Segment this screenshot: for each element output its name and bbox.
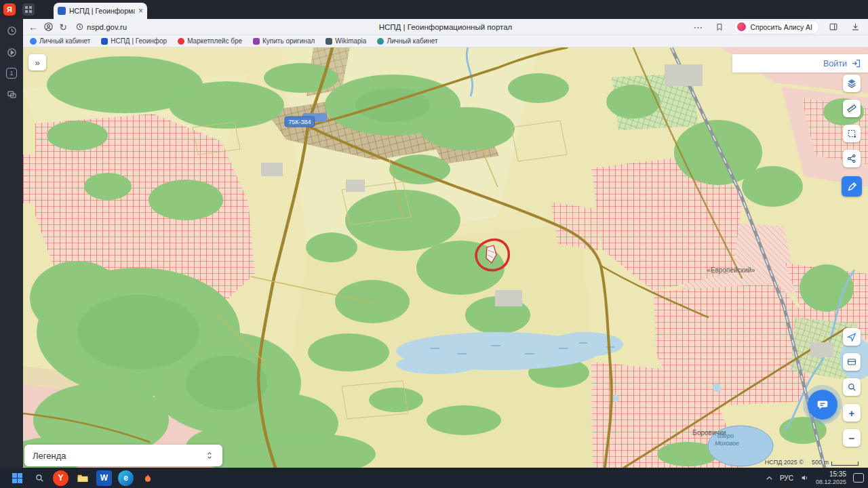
windows-taskbar: Y W e РУС 15:35 08.12.2025	[0, 468, 868, 488]
screen: Я НСПД | Геоинформац × ← ↻ nspd.gov.ru Н…	[0, 0, 868, 488]
bookmark-label: Маркетплейс бре	[187, 37, 242, 45]
estate-label: «Европейский»	[707, 266, 755, 274]
scale-line	[831, 462, 859, 466]
measure-button[interactable]	[843, 100, 861, 117]
search-object-button[interactable]	[843, 378, 861, 396]
search-icon[interactable]	[31, 470, 47, 486]
tab-groups-icon[interactable]	[22, 3, 35, 16]
address-bar[interactable]: nspd.gov.ru	[76, 23, 127, 31]
bookmarks-bar: Личный кабинет НСПД | Геоинфор Маркетпле…	[23, 35, 868, 47]
support-chat-button[interactable]	[808, 390, 837, 420]
panels-icon[interactable]	[5, 88, 18, 100]
tray-time: 15:35	[829, 470, 846, 479]
copyright-label: НСПД 2025 ©	[765, 459, 804, 466]
speaker-icon[interactable]	[800, 474, 809, 482]
bookmark-item[interactable]: Маркетплейс бре	[178, 37, 242, 45]
map-canvas[interactable]: 75К-384 «Европейский» Боровички озеро Мо…	[23, 47, 868, 468]
bookmark-favicon	[326, 38, 332, 45]
word-icon[interactable]: W	[96, 470, 112, 486]
legend-panel[interactable]: Легенда	[24, 445, 222, 466]
url-text: nspd.gov.ru	[87, 23, 127, 31]
bookmark-item[interactable]: Личный кабинет	[377, 37, 437, 45]
bookmark-item[interactable]: Купить оригинал	[253, 37, 315, 45]
scale-bar: 500 m	[812, 459, 859, 466]
legend-label: Легенда	[33, 451, 66, 461]
bookmark-label: Личный кабинет	[387, 37, 437, 45]
map-container: 75К-384 «Европейский» Боровички озеро Мо…	[23, 47, 868, 468]
notification-center-icon[interactable]	[853, 473, 864, 483]
tab-close-icon[interactable]: ×	[138, 7, 143, 15]
bookmark-item[interactable]: НСПД | Геоинфор	[101, 37, 167, 45]
bookmark-favicon	[178, 38, 184, 45]
lake-label-line1: озеро	[717, 432, 734, 439]
login-icon[interactable]	[851, 58, 861, 68]
flame-app-icon[interactable]	[140, 470, 155, 486]
lake-label-line2: Моховое	[715, 440, 739, 447]
bookmark-favicon	[101, 38, 108, 45]
yandex-logo-icon[interactable]: Я	[3, 3, 16, 16]
tab-title: НСПД | Геоинформац	[69, 7, 135, 15]
legend-expand-icon[interactable]	[205, 450, 214, 461]
browser-toolbar: ← ↻ nspd.gov.ru НСПД | Геоинформационный…	[23, 19, 868, 35]
select-area-button[interactable]	[843, 125, 861, 142]
zoom-in-button[interactable]: +	[843, 404, 861, 422]
bookmark-label: Купить оригинал	[262, 37, 315, 45]
browser-side-rail: 1	[0, 19, 23, 468]
map-attribution: НСПД 2025 © 500 m	[765, 459, 859, 466]
edge-icon[interactable]: e	[118, 470, 134, 486]
bookmark-label: НСПД | Геоинфор	[111, 37, 167, 45]
login-panel: Войти	[732, 54, 868, 73]
side-panels-icon[interactable]	[826, 21, 841, 33]
expand-panel-button[interactable]: »	[28, 54, 46, 70]
draw-tool-button-active[interactable]	[842, 176, 862, 197]
tab-count-badge[interactable]: 1	[6, 68, 17, 79]
back-button[interactable]: ←	[26, 21, 41, 33]
login-button[interactable]: Войти	[823, 59, 847, 68]
browser-tab[interactable]: НСПД | Геоинформац ×	[54, 3, 147, 19]
file-explorer-icon[interactable]	[75, 470, 90, 486]
page-title: НСПД | Геоинформационный портал	[379, 23, 513, 31]
profile-icon[interactable]	[41, 21, 56, 33]
player-icon[interactable]	[5, 46, 18, 58]
system-tray: РУС 15:35 08.12.2025	[766, 470, 864, 485]
reload-button[interactable]: ↻	[56, 21, 71, 33]
bookmark-item[interactable]: Личный кабинет	[30, 37, 90, 45]
layers-button[interactable]	[843, 75, 861, 92]
share-button[interactable]	[843, 150, 861, 167]
bookmark-favicon	[253, 38, 260, 45]
tab-favicon	[58, 7, 66, 15]
start-button[interactable]	[9, 470, 25, 486]
scale-label: 500 m	[812, 459, 829, 466]
basemap-button[interactable]	[843, 353, 861, 371]
ask-alice-button[interactable]: Спросить Алису AI	[734, 20, 819, 34]
more-menu-icon[interactable]: ⋯	[690, 21, 705, 33]
yandex-logo-letter: Я	[7, 5, 12, 14]
yandex-browser-icon[interactable]: Y	[53, 470, 68, 486]
tray-date: 08.12.2025	[816, 479, 846, 485]
alice-label: Спросить Алису AI	[750, 23, 812, 31]
tray-clock[interactable]: 15:35 08.12.2025	[816, 470, 846, 485]
downloads-icon[interactable]	[848, 21, 863, 33]
bookmark-label: Wikimapia	[335, 37, 366, 45]
language-indicator[interactable]: РУС	[780, 474, 793, 482]
locate-button[interactable]	[843, 328, 861, 346]
alice-icon	[737, 22, 746, 31]
bookmark-flag-icon[interactable]	[712, 21, 727, 33]
bookmark-label: Личный кабинет	[39, 37, 90, 45]
site-lock-icon	[76, 23, 83, 30]
road-badge-label: 75К-384	[288, 119, 311, 125]
tray-expand-icon[interactable]	[766, 475, 773, 481]
bookmark-item[interactable]: Wikimapia	[326, 37, 366, 45]
zoom-out-button[interactable]: −	[843, 429, 861, 447]
history-icon[interactable]	[5, 24, 18, 37]
browser-tab-bar: Я НСПД | Геоинформац ×	[0, 0, 868, 19]
bookmark-favicon	[377, 38, 384, 45]
bookmark-favicon	[30, 38, 37, 45]
